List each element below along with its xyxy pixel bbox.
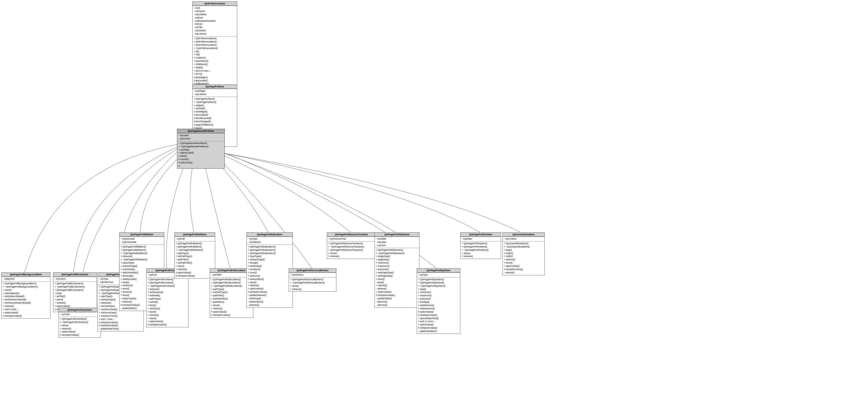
box-QtxPagePrefShortcutBtnItem: QtxPagePrefShortcutBtnItem - myShortcut … — [289, 268, 336, 292]
box-QtxPageNamedPrefItem: QtxPageNamedPrefItem - myLabel - myContr… — [177, 129, 225, 168]
box-header-QtxPagePrefEditItem: QtxPagePrefEditItem — [120, 232, 164, 237]
box-header-QtxPagePrefBackgroundItem: QtxPagePrefBackgroundItem — [2, 272, 50, 277]
box-QtxPagePrefSliderItem: QtxPagePrefSliderItem - mySlider - myLab… — [374, 232, 420, 308]
box-header-QtxPagePrefBiColorItem: QtxPagePrefBiColorItem — [53, 272, 96, 277]
box-header-QtxPagePrefSpinItem: QtxPagePrefSpinItem — [417, 268, 460, 272]
box-header-QtxUserDefinedItem: QtxUserDefinedItem — [503, 232, 545, 237]
box-QtxUserDefinedItem: QtxUserDefinedItem - myContent + QtxUser… — [502, 232, 545, 275]
box-methods-QtxPagePrefSliderItem: + QtxPagePrefSliderItem() + ~QtxPagePref… — [375, 248, 419, 308]
box-header-QtxPagePrefPathItem: QtxPagePrefPathItem — [175, 232, 215, 237]
box-header-QtxPagePrefColorItem: QtxPagePrefColorItem — [59, 308, 100, 312]
box-QtxPagePrefBackgroundItem: QtxPagePrefBackgroundItem - myBgTool + Q… — [1, 272, 51, 319]
box-QtxPagePrefColorItem: QtxPagePrefColorItem - myColor + QtxPage… — [59, 308, 101, 338]
box-header-QtxPageNamedPrefItem: QtxPageNamedPrefItem — [177, 129, 224, 133]
box-methods-QtxPagePrefBiColorItem: + QtxPagePrefBiColorItem() + ~QtxPagePre… — [53, 281, 96, 312]
box-fields-QtxPagePrefSliderItem: - mySlider - myLabel - myIcons — [375, 237, 419, 248]
box-QtxPagePrefSpinItem: QtxPagePrefSpinItem - myType + QtxPagePr… — [417, 268, 460, 334]
box-header-QtxPagePrefShortcutBtnItem: QtxPagePrefShortcutBtnItem — [289, 268, 336, 272]
box-methods-QtxPagePrefTextItem: + QtxPagePrefTextItem() + QtxPagePrefTex… — [461, 241, 501, 259]
box-methods-QtxUserDefinedItem: + QtxUserDefinedItem() + ~QtxUserDefined… — [503, 241, 545, 275]
box-methods-QtxPagePrefBackgroundItem: + QtxPagePrefBackgroundItem() + ~QtxPage… — [2, 281, 50, 318]
arrows-svg — [0, 0, 868, 418]
box-methods-QtxPagePrefShortcutBtnItem: + QtxPagePrefShortcutBtnItem() + ~QtxPag… — [289, 277, 336, 292]
box-header-QtxPagePrefSelectItem: QtxPagePrefSelectItem — [247, 232, 292, 237]
box-methods-QtxPagePrefSpinItem: + QtxPagePrefSpinItem() + QtxPagePrefSpi… — [417, 277, 460, 333]
box-fields-QtxPagePrefShortcutBtnItem: - myShortcut — [289, 272, 336, 277]
box-fields-QtxPagePrefSpinItem: - myType — [417, 272, 460, 277]
box-fields-QtxPagePrefColorItem: - myColor — [59, 312, 100, 317]
box-fields-QtxPagePrefPathItem: - myPath — [175, 237, 215, 241]
box-fields-QtxPagePrefSelectItem: - myType - mySelector — [247, 237, 292, 245]
box-fields-QtxPagePrefEditItem: - myDecimals - myEchoMode — [120, 237, 164, 245]
box-methods-QtxPagePrefFontItem: + QtxPagePrefFontItem() + QtxPagePrefFon… — [147, 277, 188, 327]
box-methods-QtxPagePrefPathItem: + QtxPagePrefPathItem() + QtxPagePrefPat… — [175, 241, 215, 278]
box-fields-QtxPagePrefBiColorItem: - myColors — [53, 277, 96, 281]
box-fields-QtxPreferenceItem: - myId - myParent - myChildren - myEval … — [192, 6, 237, 36]
box-QtxPagePrefShortcutTreeItem: QtxPagePrefShortcutTreeItem - myShortcut… — [327, 232, 376, 259]
box-QtxPagePrefTextItem: QtxPagePrefTextItem - myEditor + QtxPage… — [460, 232, 501, 259]
box-fields-QtxPagePrefTextItem: - myEditor — [461, 237, 501, 241]
box-fields-QtxUserDefinedItem: - myContent — [503, 237, 545, 241]
box-methods-QtxPagePrefShortcutTreeItem: + QtxPagePrefShortcutTreeItem() + ~QtxPa… — [327, 241, 376, 259]
box-QtxPagePrefPathItem: QtxPagePrefPathItem - myPath + QtxPagePr… — [174, 232, 215, 279]
box-header-QtxPagePrefSliderItem: QtxPagePrefSliderItem — [375, 232, 419, 237]
box-header-QtxPagePrefItem: QtxPagePrefItem — [192, 85, 237, 89]
box-header-QtxPreferenceItem: QtxPreferenceItem — [192, 2, 237, 6]
diagram-container: QtxPreferenceItem - myId - myParent - my… — [0, 0, 868, 418]
box-QtxPagePrefSelectItem: QtxPagePrefSelectItem - myType - mySelec… — [246, 232, 293, 308]
box-fields-QtxPageNamedPrefItem: - myLabel - myControl — [177, 133, 224, 141]
box-methods-QtxPageNamedPrefItem: + QtxPageNamedPrefItem() + ~QtxPageNamed… — [177, 141, 224, 168]
box-fields-QtxPagePrefShortcutTreeItem: - myShortcutTree — [327, 237, 376, 241]
box-fields-QtxPagePrefItem: - myWidget - myListener — [192, 89, 237, 97]
box-methods-QtxPagePrefColorItem: + QtxPagePrefColorItem() + ~QtxPagePrefC… — [59, 317, 100, 337]
box-header-QtxPagePrefTextItem: QtxPagePrefTextItem — [461, 232, 501, 237]
box-QtxPagePrefBiColorItem: QtxPagePrefBiColorItem - myColors + QtxP… — [53, 272, 97, 312]
box-methods-QtxPagePrefSelectItem: + QtxPagePrefSelectItem() + QtxPagePrefS… — [247, 245, 292, 308]
box-header-QtxPagePrefShortcutTreeItem: QtxPagePrefShortcutTreeItem — [327, 232, 376, 237]
box-fields-QtxPagePrefBackgroundItem: - myBgTool — [2, 277, 50, 281]
